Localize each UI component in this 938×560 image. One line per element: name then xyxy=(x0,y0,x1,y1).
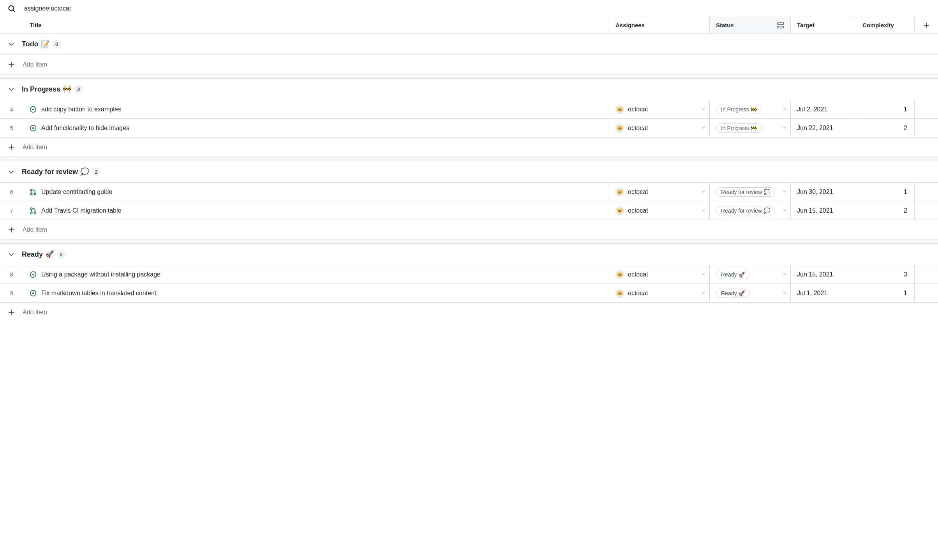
issue-title[interactable]: Update contributing guide xyxy=(41,188,112,195)
plus-icon xyxy=(8,309,15,316)
table-row[interactable]: 8 Using a package without installing pac… xyxy=(0,265,938,284)
column-header-complexity[interactable]: Complexity xyxy=(856,17,915,33)
add-item-button[interactable]: Add item xyxy=(0,55,938,74)
svg-point-16 xyxy=(34,193,36,195)
avatar: 🐱 xyxy=(615,270,624,279)
avatar: 🐱 xyxy=(615,105,624,114)
cell-complexity[interactable]: 3 xyxy=(856,265,915,284)
dropdown-caret-icon xyxy=(702,191,705,193)
group-count-badge: 0 xyxy=(53,40,61,48)
cell-target[interactable]: Jun 15, 2021 xyxy=(791,265,856,284)
dropdown-caret-icon xyxy=(702,108,705,110)
add-column-button[interactable] xyxy=(915,17,938,33)
cell-target[interactable]: Jul 2, 2021 xyxy=(791,100,856,118)
table-row[interactable]: 5 Add functionality to hide images 🐱 oct… xyxy=(0,118,938,137)
plus-icon xyxy=(8,226,15,233)
cell-title[interactable]: Using a package without installing packa… xyxy=(23,265,609,284)
add-item-button[interactable]: Add item xyxy=(0,137,938,157)
svg-point-27 xyxy=(32,292,34,294)
cell-complexity[interactable]: 1 xyxy=(856,284,915,302)
chevron-down-icon xyxy=(8,86,15,93)
chevron-down-icon xyxy=(8,168,15,175)
cell-status[interactable]: Ready 🚀 xyxy=(710,284,791,302)
cell-status[interactable]: In Progress 🚧 xyxy=(710,100,791,118)
dropdown-caret-icon xyxy=(783,292,786,294)
cell-status[interactable]: Ready for review 💭 xyxy=(710,183,791,201)
plus-icon xyxy=(923,22,930,29)
cell-title[interactable]: Add functionality to hide images xyxy=(23,119,609,137)
cell-complexity[interactable]: 2 xyxy=(856,119,915,137)
group-header[interactable]: In Progress 🚧 2 xyxy=(0,79,938,100)
cell-assignees[interactable]: 🐱 octocat xyxy=(609,265,710,284)
table-row[interactable]: 9 Fix markdown tables in translated cont… xyxy=(0,284,938,302)
cell-title[interactable]: Update contributing guide xyxy=(23,183,609,201)
group-header[interactable]: Ready for review 💭 2 xyxy=(0,161,938,182)
search-input[interactable] xyxy=(24,5,930,12)
add-item-button[interactable]: Add item xyxy=(0,220,938,239)
dropdown-caret-icon xyxy=(783,191,786,193)
assignee-name: octocat xyxy=(628,271,648,278)
column-header-target[interactable]: Target xyxy=(791,17,856,33)
cell-title[interactable]: Add Travis CI migration table xyxy=(23,201,609,220)
issue-title[interactable]: Add functionality to hide images xyxy=(41,125,129,132)
table-row[interactable]: 7 Add Travis CI migration table 🐱 octoca… xyxy=(0,201,938,220)
cell-assignees[interactable]: 🐱 octocat xyxy=(609,284,710,302)
issue-title[interactable]: Using a package without installing packa… xyxy=(41,271,160,278)
pull-request-icon xyxy=(30,207,37,214)
issue-title[interactable]: Add Travis CI migration table xyxy=(41,207,121,214)
cell-assignees[interactable]: 🐱 octocat xyxy=(609,183,710,201)
dropdown-caret-icon xyxy=(783,127,786,129)
row-number: 5 xyxy=(0,119,23,137)
add-item-button[interactable]: Add item xyxy=(0,302,938,322)
svg-line-1 xyxy=(13,10,15,12)
cell-target[interactable]: Jul 1, 2021 xyxy=(791,284,856,302)
group: Ready 🚀 2 8 Using a package without inst… xyxy=(0,244,938,322)
svg-rect-3 xyxy=(778,26,784,28)
table-row[interactable]: 6 Update contributing guide 🐱 octocat Re… xyxy=(0,182,938,201)
svg-point-11 xyxy=(32,127,34,129)
cell-target[interactable]: Jun 15, 2021 xyxy=(791,201,856,220)
issue-title[interactable]: Fix markdown tables in translated conten… xyxy=(41,290,156,297)
cell-status[interactable]: Ready for review 💭 xyxy=(710,201,791,220)
svg-point-25 xyxy=(32,273,34,275)
cell-assignees[interactable]: 🐱 octocat xyxy=(609,100,710,118)
group-by-icon xyxy=(777,22,784,29)
column-header-title[interactable]: Title xyxy=(23,17,609,33)
group: Todo 📝 0 Add item xyxy=(0,33,938,74)
svg-point-18 xyxy=(30,208,32,210)
group-spacer xyxy=(0,157,938,161)
group-count-badge: 2 xyxy=(92,167,100,176)
dropdown-caret-icon xyxy=(702,210,705,211)
search-bar xyxy=(0,0,938,17)
search-icon xyxy=(8,5,16,12)
group-emoji: 🚀 xyxy=(45,250,54,259)
issue-title[interactable]: add copy button to examples xyxy=(41,106,121,113)
issue-open-icon xyxy=(30,106,37,113)
row-number: 8 xyxy=(0,265,23,284)
cell-title[interactable]: add copy button to examples xyxy=(23,100,609,118)
cell-complexity[interactable]: 1 xyxy=(856,183,915,201)
group-header[interactable]: Ready 🚀 2 xyxy=(0,244,938,265)
column-header-assignees[interactable]: Assignees xyxy=(609,17,710,33)
cell-target[interactable]: Jun 30, 2021 xyxy=(791,183,856,201)
column-header-row: Title Assignees Status Target Complexity xyxy=(0,17,938,33)
chevron-down-icon xyxy=(8,41,15,48)
cell-complexity[interactable]: 2 xyxy=(856,201,915,220)
svg-point-15 xyxy=(30,193,32,195)
dropdown-caret-icon xyxy=(702,273,705,275)
cell-status[interactable]: In Progress 🚧 xyxy=(710,119,791,137)
cell-assignees[interactable]: 🐱 octocat xyxy=(609,201,710,220)
status-pill: Ready for review 💭 xyxy=(716,187,775,197)
cell-title[interactable]: Fix markdown tables in translated conten… xyxy=(23,284,609,302)
add-item-label: Add item xyxy=(23,309,47,316)
group-header[interactable]: Todo 📝 0 xyxy=(0,33,938,55)
group-spacer xyxy=(0,239,938,244)
cell-status[interactable]: Ready 🚀 xyxy=(710,265,791,284)
cell-trailing xyxy=(915,265,938,284)
dropdown-caret-icon xyxy=(702,127,705,129)
table-row[interactable]: 4 add copy button to examples 🐱 octocat … xyxy=(0,100,938,118)
cell-complexity[interactable]: 1 xyxy=(856,100,915,118)
cell-assignees[interactable]: 🐱 octocat xyxy=(609,119,710,137)
cell-target[interactable]: Jun 22, 2021 xyxy=(791,119,856,137)
column-header-status[interactable]: Status xyxy=(710,17,791,33)
